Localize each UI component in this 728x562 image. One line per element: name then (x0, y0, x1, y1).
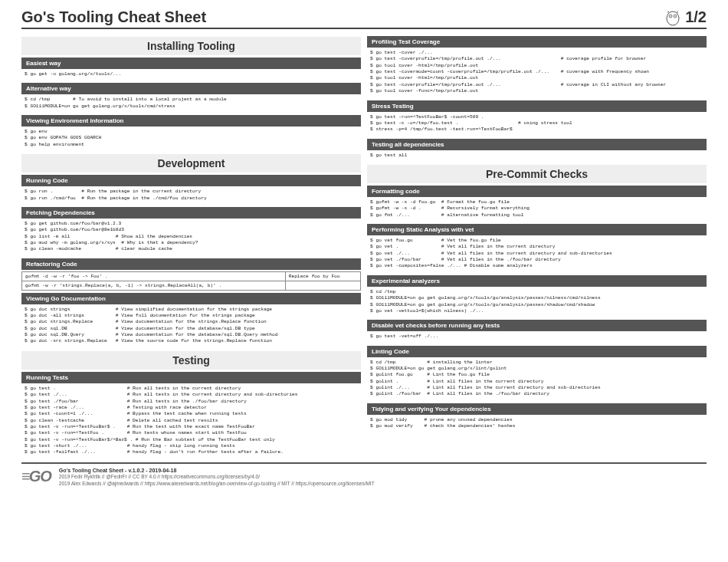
page-number: 1/2 (685, 8, 707, 26)
sub-env-info: Viewing Environment Information (21, 115, 361, 127)
footer: GO Go's Tooling Cheat Sheet - v.1.0.2 - … (21, 462, 707, 487)
code-formatting: $ gofmt -w -s -d foo.go # Format the foo… (367, 197, 707, 222)
code-env-info: $ go env $ go env GOPATH GOOS GOARCH $ g… (21, 127, 361, 151)
refactor-desc-0: Replace foo by Foo (285, 271, 360, 281)
code-easiest-way: $ go get -u golang.org/x/tools/... (21, 69, 361, 81)
code-running-tests: $ go test . # Run all tests in the curre… (21, 383, 361, 459)
sub-fetching-deps: Fetching Dependencies (21, 207, 361, 219)
refactor-desc-1 (285, 281, 360, 290)
code-tidy: $ go mod tidy # prune any unused depende… (367, 415, 707, 433)
gopher-icon (664, 8, 682, 26)
svg-point-0 (667, 12, 679, 25)
svg-point-3 (671, 15, 671, 16)
table-row: gofmt -w -r 'strings.Replace(a, b, -1) -… (22, 281, 361, 290)
footer-text: Go's Tooling Cheat Sheet - v.1.0.2 - 201… (59, 467, 375, 487)
section-installing: Installing Tooling (21, 37, 361, 55)
code-alternative-way: $ cd /tmp # To avoid to install into a l… (21, 94, 361, 113)
code-vet-off: $ go test -vet=off ./... (367, 331, 707, 343)
sub-linting: Linting Code (367, 346, 707, 357)
section-development: Development (21, 154, 361, 173)
header: Go's Tooling Cheat Sheet 1/2 (21, 8, 707, 29)
sub-vet: Performing Static Analysis with vet (367, 224, 707, 235)
sub-easiest-way: Easiest way (21, 58, 361, 69)
code-test-all-deps: $ go test all (367, 150, 707, 162)
sub-formatting: Formatting code (367, 186, 707, 197)
sub-alternative-way: Alternative way (21, 83, 361, 94)
sub-test-all-deps: Testing all dependencies (367, 139, 707, 150)
footer-line3: 2019 Alex Edwards // @ajmedwards // http… (59, 481, 375, 486)
page-indicator: 1/2 (664, 8, 707, 26)
sub-vet-off: Disable vet checks before running any te… (367, 320, 707, 331)
sub-running-code: Running Code (21, 175, 361, 186)
right-column: Profiling Test Coverage $ go test -cover… (367, 34, 707, 459)
left-column: Installing Tooling Easiest way $ go get … (21, 34, 361, 459)
footer-line1: Go's Tooling Cheat Sheet - v.1.0.2 - 201… (59, 468, 177, 473)
code-vet: $ go vet foo.go # Vet the foo.go file $ … (367, 235, 707, 273)
sub-refactoring: Refactoring Code (21, 258, 361, 270)
code-profiling: $ go test -cover ./... $ go test -coverp… (367, 48, 707, 98)
code-go-doc: $ go doc strings # View simplified docum… (21, 304, 361, 348)
refactor-cmd-1: gofmt -w -r 'strings.Replace(a, b, -1) -… (22, 281, 286, 290)
sub-profiling: Profiling Test Coverage (367, 36, 707, 48)
code-linting: $ cd /tmp # installing the linter $ GO11… (367, 357, 707, 401)
sub-go-doc: Viewing Go Documentation (21, 293, 361, 304)
page-title: Go's Tooling Cheat Sheet (21, 8, 206, 26)
sub-tidy: Tidying and verifying Your dependencies (367, 403, 707, 415)
sub-analyzers: Experimental analyzers (367, 275, 707, 287)
svg-point-4 (675, 15, 676, 16)
go-logo-icon: GO (21, 468, 51, 485)
code-stress: $ go test -run=^TestFooBar$ -count=500 .… (367, 112, 707, 136)
code-fetching-deps: $ go get github.com/foo/bar@v1.2.3 $ go … (21, 219, 361, 256)
footer-line2: 2019 Fedir Rykhtik // @FedirFr // CC BY … (59, 474, 260, 479)
section-precommit: Pre-Commit Checks (367, 165, 707, 183)
code-analyzers: $ cd /tmp $ GO111MODULE=on go get golang… (367, 287, 707, 317)
refactor-cmd-0: gofmt -d -w -r 'foo -> Foo' . (22, 271, 286, 281)
table-row: gofmt -d -w -r 'foo -> Foo' . Replace fo… (22, 271, 361, 281)
table-refactor: gofmt -d -w -r 'foo -> Foo' . Replace fo… (21, 271, 361, 291)
sub-running-tests: Running Tests (21, 372, 361, 383)
code-running-code: $ go run . # Run the package in the curr… (21, 186, 361, 205)
sub-stress: Stress Testing (367, 100, 707, 112)
section-testing: Testing (21, 351, 361, 370)
